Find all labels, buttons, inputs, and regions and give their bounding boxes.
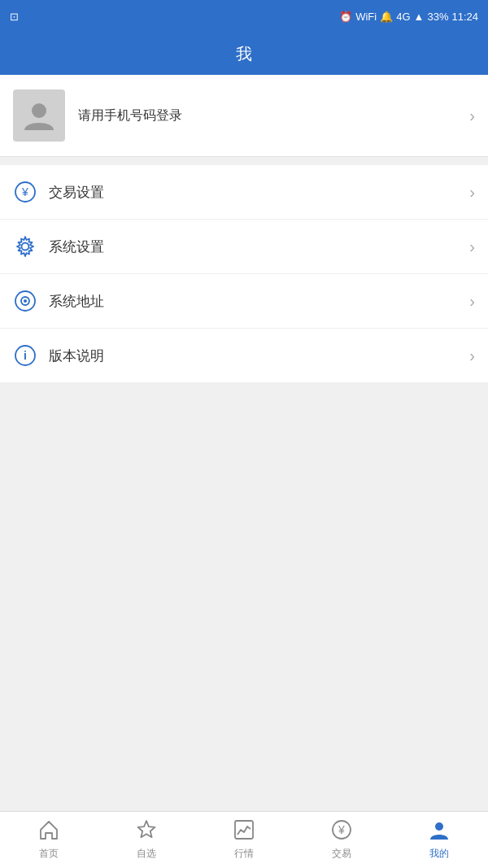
network-type: 4G (396, 11, 410, 23)
svg-text:i: i (24, 349, 27, 362)
svg-point-0 (32, 103, 46, 118)
nav-item-mine[interactable]: 我的 (390, 812, 488, 868)
nav-item-favorites[interactable]: 自选 (98, 812, 195, 868)
profile-section[interactable]: 请用手机号码登录 › (0, 75, 488, 157)
person-icon (429, 819, 450, 844)
nav-item-market[interactable]: 行情 (195, 812, 293, 868)
location-icon (13, 289, 37, 313)
menu-item-left: 系统设置 (13, 234, 104, 259)
avatar (13, 89, 65, 142)
menu-section: ¥ 交易设置 › 系统设置 › (0, 165, 488, 382)
menu-item-left: i 版本说明 (13, 343, 104, 368)
yuan-circle-icon: ¥ (13, 180, 37, 204)
login-prompt: 请用手机号码登录 (78, 107, 182, 124)
signal-icon: ▲ (414, 11, 425, 23)
gear-icon (13, 234, 37, 259)
favorites-label: 自选 (137, 847, 156, 861)
home-label: 首页 (39, 847, 59, 861)
chart-icon (233, 819, 255, 844)
menu-item-left: ¥ 交易设置 (13, 180, 104, 204)
svg-marker-9 (138, 821, 155, 837)
mine-label: 我的 (429, 847, 449, 861)
svg-text:¥: ¥ (338, 823, 345, 836)
status-bar-left: ⊡ (10, 11, 19, 23)
wifi-icon: WiFi (355, 11, 377, 23)
trade-settings-label: 交易设置 (49, 183, 104, 202)
profile-chevron-icon[interactable]: › (469, 107, 475, 125)
star-icon (136, 819, 157, 844)
trade-yuan-icon: ¥ (331, 819, 352, 844)
menu-item-left: 系统地址 (13, 289, 104, 313)
svg-point-13 (435, 822, 443, 831)
main-content (0, 382, 488, 811)
alarm-icon: ⏰ (339, 11, 352, 23)
bottom-nav: 首页 自选 行情 ¥ 交易 (0, 811, 488, 868)
page-title: 我 (236, 43, 252, 65)
home-icon (38, 819, 59, 844)
trade-settings-chevron-icon: › (469, 183, 475, 202)
nav-item-home[interactable]: 首页 (0, 812, 98, 868)
svg-text:¥: ¥ (21, 185, 28, 198)
status-bar: ⊡ ⏰ WiFi 🔔 4G ▲ 33% 11:24 (0, 0, 488, 33)
version-info-chevron-icon: › (469, 347, 475, 365)
svg-point-3 (22, 243, 29, 251)
menu-item-system-settings[interactable]: 系统设置 › (0, 220, 488, 274)
screen-icon: ⊡ (10, 11, 19, 23)
header: 我 (0, 33, 488, 75)
system-address-label: 系统地址 (49, 292, 104, 311)
nav-item-trade[interactable]: ¥ 交易 (293, 812, 390, 868)
system-address-chevron-icon: › (469, 292, 475, 311)
menu-item-trade-settings[interactable]: ¥ 交易设置 › (0, 165, 488, 220)
status-bar-right: ⏰ WiFi 🔔 4G ▲ 33% 11:24 (339, 11, 478, 23)
svg-point-6 (24, 299, 27, 303)
time-display: 11:24 (451, 11, 478, 23)
system-settings-chevron-icon: › (469, 238, 475, 256)
menu-item-system-address[interactable]: 系统地址 › (0, 274, 488, 329)
menu-item-version-info[interactable]: i 版本说明 › (0, 329, 488, 382)
notification-icon: 🔔 (380, 11, 393, 23)
system-settings-label: 系统设置 (49, 238, 104, 256)
section-divider (0, 157, 488, 165)
info-icon: i (13, 343, 37, 368)
trade-label: 交易 (332, 847, 351, 861)
svg-rect-10 (235, 821, 253, 839)
battery-level: 33% (427, 11, 448, 23)
market-label: 行情 (234, 847, 254, 861)
version-info-label: 版本说明 (49, 347, 104, 365)
profile-left: 请用手机号码登录 (13, 89, 182, 142)
